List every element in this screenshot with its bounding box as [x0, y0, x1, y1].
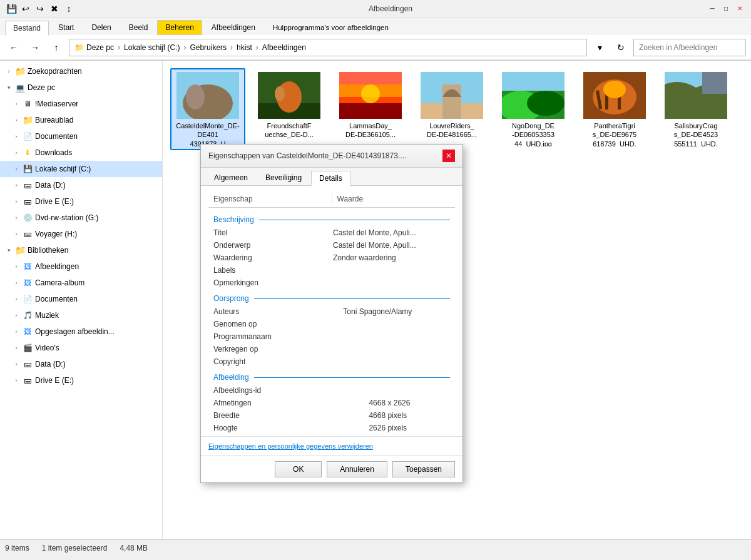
ok-button[interactable]: OK [275, 461, 322, 477]
prop-row: WaarderingZonder waardering [208, 252, 455, 264]
section-afbeelding: Afbeelding [208, 368, 455, 384]
tab-algemeen[interactable]: Algemeen [206, 170, 256, 185]
props-table-oorsprong: AuteursToni Spagone/Alamy Genomen op Pro… [208, 305, 455, 368]
section-beschrijving: Beschrijving [208, 210, 455, 227]
prop-row: Verkregen op [208, 343, 455, 355]
section-oorsprong: Oorsprong [208, 289, 455, 305]
dialog-close-button[interactable]: ✕ [442, 150, 455, 162]
props-table-beschrijving: TitelCastel del Monte, Apuli... Onderwer… [208, 227, 455, 289]
dialog-footer: Eigenschappen en persoonlijke gegevens v… [201, 436, 462, 456]
prop-row: AuteursToni Spagone/Alamy [208, 305, 455, 318]
col-header-eigenschap: Eigenschap [208, 193, 332, 205]
cancel-button[interactable]: Annuleren [327, 461, 387, 477]
dialog-content: Eigenschap Waarde Beschrijving TitelCast… [201, 186, 462, 436]
prop-row: Copyright [208, 355, 455, 368]
dialog-buttons: OK Annuleren Toepassen [201, 456, 462, 482]
prop-row: Labels [208, 264, 455, 277]
prop-row: OnderwerpCastel del Monte, Apuli... [208, 239, 455, 252]
prop-row: Opmerkingen [208, 277, 455, 289]
tab-beveiliging[interactable]: Beveiliging [257, 170, 310, 185]
remove-properties-link[interactable]: Eigenschappen en persoonlijke gegevens v… [208, 442, 373, 450]
prop-row: TitelCastel del Monte, Apuli... [208, 227, 455, 239]
apply-button[interactable]: Toepassen [392, 461, 455, 477]
dialog-title: Eigenschappen van CasteldelMonte_DE-DE40… [208, 151, 406, 160]
dialog-titlebar: Eigenschappen van CasteldelMonte_DE-DE40… [201, 145, 462, 168]
prop-row: Hoogte2626 pixels [208, 422, 455, 434]
prop-row: Afbeeldings-id [208, 384, 455, 397]
tab-details[interactable]: Details [311, 171, 350, 186]
prop-row: Programmanaam [208, 330, 455, 343]
prop-row: Genomen op [208, 318, 455, 330]
dialog-overlay: Eigenschappen van CasteldelMonte_DE-DE40… [0, 0, 751, 556]
prop-row: Breedte4668 pixels [208, 409, 455, 422]
dialog-tabs: Algemeen Beveiliging Details [201, 168, 462, 186]
col-header-waarde: Waarde [332, 193, 456, 205]
prop-row: Afmetingen4668 x 2626 [208, 397, 455, 409]
properties-dialog: Eigenschappen van CasteldelMonte_DE-DE40… [200, 144, 463, 483]
props-table-afbeelding: Afbeeldings-id Afmetingen4668 x 2626 Bre… [208, 384, 455, 436]
